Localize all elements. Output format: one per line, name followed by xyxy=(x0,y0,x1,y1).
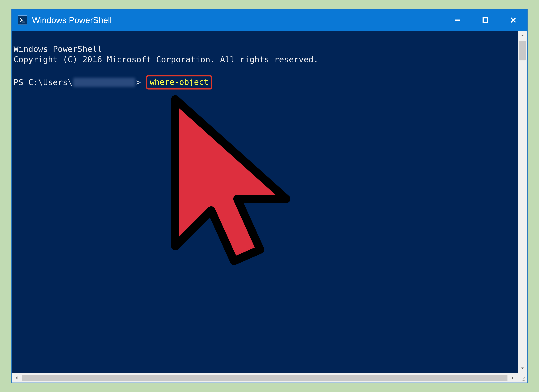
maximize-button[interactable] xyxy=(472,10,499,31)
window-title: Windows PowerShell xyxy=(32,15,112,25)
svg-point-4 xyxy=(525,380,525,381)
scroll-down-icon[interactable] xyxy=(518,363,527,373)
terminal-line: Copyright (C) 2016 Microsoft Corporation… xyxy=(14,55,318,64)
cursor-annotation-icon xyxy=(143,91,306,304)
content-area: Windows PowerShell Copyright (C) 2016 Mi… xyxy=(12,31,527,382)
prompt-line: PS C:\Users\> where-object xyxy=(14,75,516,90)
window-controls xyxy=(444,10,527,31)
close-button[interactable] xyxy=(499,10,527,31)
powershell-icon xyxy=(18,15,27,25)
horizontal-scrollbar[interactable] xyxy=(12,373,527,382)
svg-point-6 xyxy=(525,378,525,379)
scroll-right-icon[interactable] xyxy=(508,373,518,382)
powershell-window: Windows PowerShell Windows PowerShell Co… xyxy=(11,9,528,383)
terminal-output[interactable]: Windows PowerShell Copyright (C) 2016 Mi… xyxy=(12,31,518,373)
svg-point-5 xyxy=(523,380,524,381)
svg-point-9 xyxy=(525,377,525,378)
terminal-line: Windows PowerShell xyxy=(14,44,102,54)
redacted-username xyxy=(73,78,135,87)
prompt-prefix: PS C:\Users\ xyxy=(14,77,72,87)
vertical-scrollbar[interactable] xyxy=(518,31,527,373)
highlighted-command: where-object xyxy=(146,75,212,90)
scroll-up-icon[interactable] xyxy=(518,31,527,40)
svg-point-8 xyxy=(523,378,524,379)
scroll-thumb-horizontal[interactable] xyxy=(22,375,507,381)
command-text: where-object xyxy=(150,77,209,87)
resize-grip-icon[interactable] xyxy=(518,373,527,382)
svg-point-7 xyxy=(522,380,523,381)
minimize-button[interactable] xyxy=(444,10,472,31)
svg-rect-1 xyxy=(483,18,488,22)
scroll-thumb[interactable] xyxy=(520,41,526,60)
scroll-left-icon[interactable] xyxy=(12,373,21,382)
titlebar[interactable]: Windows PowerShell xyxy=(12,10,527,31)
prompt-suffix: > xyxy=(136,77,146,87)
